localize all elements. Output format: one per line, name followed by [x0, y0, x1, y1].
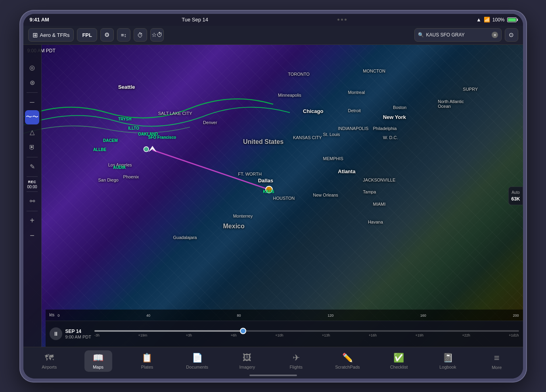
battery-fill	[508, 18, 516, 21]
ipad-screen: 9:41 AM Tue Sep 14 ▲ 📶 100% ⊞ Aero & TFR…	[23, 14, 523, 379]
minus-zoom-icon: −	[30, 231, 34, 240]
tab-airports[interactable]: 🗺 Airports	[35, 350, 63, 372]
imagery-label: Imagery	[239, 365, 255, 369]
signal-icon: ▲	[476, 17, 481, 23]
tl-plus1d1h: +1d1h	[509, 333, 519, 337]
checklist-label: Checklist	[390, 365, 408, 369]
zoom-out-button[interactable]: −	[25, 229, 39, 243]
tab-plates[interactable]: 📋 Plates	[133, 350, 161, 372]
tab-documents[interactable]: 📄 Documents	[182, 350, 212, 372]
documents-label: Documents	[186, 365, 208, 369]
gps-button[interactable]: ◎	[25, 61, 39, 75]
tab-logbook[interactable]: 📓 Logbook	[434, 350, 462, 372]
search-icon: 🔍	[418, 32, 424, 38]
search-bar[interactable]: 🔍 KAUS SFO GRAY ✕	[414, 28, 502, 42]
wind-val-160: 160	[420, 314, 426, 317]
flights-icon: ✈	[293, 353, 300, 363]
tab-checklist[interactable]: ✅ Checklist	[385, 350, 413, 372]
mountain-icon: △	[30, 128, 34, 136]
tl-plus13h: +13h	[322, 333, 330, 337]
gps-icon: ◎	[29, 64, 35, 71]
more-label: More	[492, 365, 502, 370]
timeline-date: SEP 14	[65, 329, 91, 334]
timeline-track[interactable]	[94, 330, 519, 332]
fpl-label: FPL	[82, 32, 92, 38]
sidebar-divider-3	[27, 176, 38, 177]
tl-plus10h: +10h	[275, 333, 283, 337]
tab-maps[interactable]: 📖 Maps	[84, 350, 112, 372]
terrain-button[interactable]: △	[25, 125, 39, 140]
play-pause-button[interactable]: ⏸	[50, 327, 62, 340]
sidebar-divider-1	[27, 92, 38, 93]
home-indicator	[249, 375, 297, 376]
maps-label: Maps	[93, 365, 103, 369]
plates-label: Plates	[141, 365, 153, 369]
battery-icon	[507, 17, 517, 22]
wifi-icon: 📶	[484, 17, 490, 23]
active-tool-button[interactable]: 〜〜	[25, 110, 39, 124]
altitude-auto-label: Auto	[512, 190, 520, 194]
fpl-button[interactable]: FPL	[77, 28, 97, 42]
route-icon: ⚯	[30, 197, 35, 205]
status-date: Tue Sep 14	[182, 17, 208, 23]
timeline-slider-area[interactable]: -3h +19m +3h +6h +10h +13h +16h +19h +22…	[94, 330, 519, 337]
timer-button[interactable]: ⏱	[134, 28, 147, 42]
altitude-value: 63K	[511, 196, 520, 201]
tab-scratchpads[interactable]: ✏️ ScratchPads	[331, 350, 364, 372]
tab-flights[interactable]: ✈ Flights	[282, 350, 310, 372]
toolbar: ⊞ Aero & TFRs FPL ⚙ ≡↕ ⏱ ☆⏱ 🔍 KAUS SFO G…	[23, 26, 523, 45]
wind-val-200: 200	[513, 314, 519, 317]
airports-label: Airports	[42, 365, 57, 369]
filter-icon: ≡↕	[121, 32, 126, 38]
shield-button[interactable]: ⛨	[25, 140, 39, 155]
timeline: ⏸ SEP 14 9:00 AM PDT -3h +19m +3h +6h	[46, 321, 523, 347]
layers-label: Aero & TFRs	[40, 32, 70, 38]
timeline-thumb[interactable]	[240, 328, 246, 334]
wind-legend: kts 0 40 80 120 160 200	[46, 310, 523, 321]
gear-icon: ⚙	[104, 31, 109, 38]
tab-imagery[interactable]: 🖼 Imagery	[233, 350, 261, 372]
status-dots	[337, 19, 347, 21]
status-time: 9:41 AM	[30, 17, 49, 23]
scratchpads-label: ScratchPads	[335, 365, 360, 369]
locate-icon: ⊙	[509, 31, 514, 38]
documents-icon: 📄	[192, 353, 203, 363]
zoom-in-button[interactable]: +	[25, 214, 39, 228]
timeline-labels: -3h +19m +3h +6h +10h +13h +16h +19h +22…	[94, 333, 519, 337]
plates-icon: 📋	[142, 353, 152, 363]
compass-button[interactable]: ⊛	[25, 76, 39, 90]
map-area[interactable]: 9:00 AM PDT ◎ ⊛ ─ 〜〜 △	[23, 45, 523, 347]
locate-button[interactable]: ⊙	[505, 28, 518, 42]
timeline-info: SEP 14 9:00 AM PDT	[65, 329, 91, 339]
checklist-icon: ✅	[393, 353, 404, 363]
timer-value: 00:00	[27, 185, 37, 189]
search-clear-button[interactable]: ✕	[492, 32, 498, 38]
left-sidebar: ◎ ⊛ ─ 〜〜 △ ⛨ ✎	[23, 45, 42, 347]
compass-icon: ⊛	[30, 79, 35, 86]
airports-icon: 🗺	[45, 353, 54, 363]
favorites-button[interactable]: ☆⏱	[150, 28, 164, 42]
wind-val-80: 80	[237, 314, 241, 317]
edit-button[interactable]: ✎	[25, 160, 39, 174]
timeline-progress	[94, 330, 243, 332]
sidebar-divider-5	[27, 211, 38, 211]
settings-button[interactable]: ⚙	[100, 28, 114, 42]
layers-icon: ⊞	[33, 31, 38, 39]
ipad-frame: 9:41 AM Tue Sep 14 ▲ 📶 100% ⊞ Aero & TFR…	[19, 10, 527, 382]
tl-plus22h: +22h	[462, 333, 470, 337]
pause-icon: ⏸	[53, 331, 59, 337]
sidebar-divider-4	[27, 191, 38, 192]
more-icon: ≡	[494, 352, 500, 363]
filter-button[interactable]: ≡↕	[117, 28, 130, 42]
search-value: KAUS SFO GRAY	[426, 32, 489, 38]
wind-legend-label: kts	[50, 313, 55, 317]
tl-minus3h: -3h	[94, 333, 100, 337]
flights-label: Flights	[290, 365, 303, 369]
wind-val-0: 0	[57, 314, 59, 317]
route-button[interactable]: ⚯	[25, 194, 39, 208]
minus-button[interactable]: ─	[25, 95, 39, 109]
status-right: ▲ 📶 100%	[476, 17, 517, 23]
rec-label: REC	[28, 180, 36, 184]
layers-button[interactable]: ⊞ Aero & TFRs	[28, 28, 74, 42]
tab-more[interactable]: ≡ More	[483, 350, 511, 372]
